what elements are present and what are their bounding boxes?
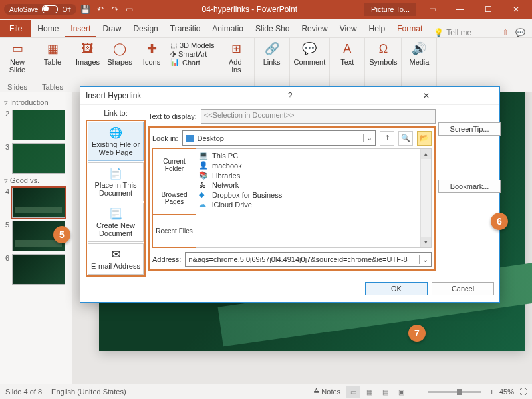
undo-icon[interactable]: ↶ xyxy=(95,4,106,15)
slide-thumbnail-6[interactable] xyxy=(12,254,65,285)
icons-button[interactable]: ✚Icons xyxy=(138,41,165,66)
addins-button[interactable]: ⊞Add- ins xyxy=(223,41,250,74)
slideshow-view-button[interactable]: ▣ xyxy=(394,386,408,398)
linkto-place-in-doc[interactable]: 📄Place in This Document xyxy=(88,162,144,201)
tab-file[interactable]: File xyxy=(0,20,31,37)
zoom-level[interactable]: 45% xyxy=(499,388,514,396)
look-in-combo[interactable]: Desktop ⌄ xyxy=(182,130,376,146)
screentip-button[interactable]: ScreenTip... xyxy=(438,122,501,136)
file-list[interactable]: 💻This PC 👤macbook 📚Libraries 🖧Network ◆D… xyxy=(196,148,432,248)
address-field[interactable]: n&aqs=chrome.5.0j69i57j0l4.4914j0j7&sour… xyxy=(185,252,432,267)
tab-current-folder[interactable]: Current Folder xyxy=(153,149,196,182)
tab-animations[interactable]: Animatio xyxy=(206,20,249,37)
item-label: macbook xyxy=(212,162,242,170)
tab-home[interactable]: Home xyxy=(31,20,65,37)
lightbulb-icon: 💡 xyxy=(434,28,444,37)
tab-format[interactable]: Format xyxy=(391,20,428,37)
table-button[interactable]: ▦Table xyxy=(39,41,66,66)
new-slide-label: New Slide xyxy=(9,58,25,74)
thumb-number: 6 xyxy=(3,254,9,285)
autosave-toggle[interactable]: AutoSave Off xyxy=(4,4,76,15)
images-button[interactable]: 🖼Images xyxy=(74,41,101,66)
3d-models-button[interactable]: ⬚3D Models xyxy=(170,41,215,49)
zoom-slider[interactable] xyxy=(428,391,481,393)
close-button[interactable]: ✕ xyxy=(504,2,528,17)
tab-browsed-pages[interactable]: Browsed Pages xyxy=(153,182,196,215)
comment-button[interactable]: 💬Comment xyxy=(294,41,326,66)
symbols-button[interactable]: ΩSymbols xyxy=(369,41,397,66)
thumb-number: 5 xyxy=(3,221,9,251)
links-button[interactable]: 🔗Links xyxy=(259,41,285,66)
tab-view[interactable]: View xyxy=(334,20,363,37)
linkto-create-new[interactable]: 📃Create New Document xyxy=(88,203,144,242)
slide-thumbnail-4[interactable] xyxy=(12,188,65,218)
tab-help[interactable]: Help xyxy=(363,20,392,37)
dialog-help-button[interactable]: ? xyxy=(222,91,358,100)
linkto-email[interactable]: ✉E-mail Address xyxy=(88,243,144,275)
minimize-button[interactable]: — xyxy=(448,2,472,17)
language-indicator[interactable]: English (United States) xyxy=(51,388,126,396)
tab-insert[interactable]: Insert xyxy=(65,20,96,37)
comments-icon[interactable]: 💬 xyxy=(515,28,525,37)
chart-button[interactable]: 📊Chart xyxy=(170,58,215,66)
reading-view-button[interactable]: ▤ xyxy=(378,386,392,398)
dropbox-icon: ◆ xyxy=(199,190,208,199)
shapes-button[interactable]: ◯Shapes xyxy=(106,41,133,66)
section-introduction[interactable]: Introduction xyxy=(4,98,68,107)
email-icon: ✉ xyxy=(112,248,120,261)
list-item[interactable]: 👤macbook xyxy=(199,160,428,170)
up-folder-button[interactable]: ↥ xyxy=(380,131,394,146)
tab-recent-files[interactable]: Recent Files xyxy=(153,215,196,247)
list-item[interactable]: 💻This PC xyxy=(199,150,428,160)
dialog-close-button[interactable]: ✕ xyxy=(358,91,494,100)
dialog-titlebar[interactable]: Insert Hyperlink ? ✕ xyxy=(80,87,499,105)
ok-button[interactable]: OK xyxy=(365,282,428,295)
browse-file-button[interactable]: 📂 xyxy=(417,131,432,146)
scrollbar[interactable]: ▴▾ xyxy=(420,149,431,247)
tab-design[interactable]: Design xyxy=(127,20,164,37)
share-icon[interactable]: ⇧ xyxy=(502,28,509,37)
redo-icon[interactable]: ↷ xyxy=(110,4,120,15)
tell-me-search[interactable]: 💡Tell me xyxy=(434,28,471,37)
list-item[interactable]: 📚Libraries xyxy=(199,170,428,180)
browse-web-button[interactable]: 🔍 xyxy=(398,131,413,146)
ribbon-options-icon[interactable]: ▭ xyxy=(420,2,444,17)
user-icon: 👤 xyxy=(199,161,208,170)
slide-thumbnail-3[interactable] xyxy=(12,143,65,174)
slide-counter[interactable]: Slide 4 of 8 xyxy=(5,388,42,396)
notes-label: Notes xyxy=(321,388,340,396)
sorter-view-button[interactable]: ▦ xyxy=(362,386,376,398)
ribbon: ▭New SlideSlides ▦TableTables 🖼Images ◯S… xyxy=(0,38,532,93)
comment-label: Comment xyxy=(294,58,326,66)
images-icon: 🖼 xyxy=(78,41,97,57)
new-slide-button[interactable]: ▭New Slide xyxy=(4,41,31,74)
bookmark-button[interactable]: Bookmark... xyxy=(438,180,501,193)
tab-review[interactable]: Review xyxy=(295,20,333,37)
scroll-down-icon[interactable]: ▾ xyxy=(421,237,431,247)
list-item[interactable]: ☁iCloud Drive xyxy=(199,200,428,209)
cancel-button[interactable]: Cancel xyxy=(432,282,494,295)
list-item[interactable]: 🖧Network xyxy=(199,180,428,190)
linkto-existing-file[interactable]: 🌐Existing File or Web Page xyxy=(88,122,144,161)
fit-to-window-button[interactable]: ⛶ xyxy=(519,388,527,396)
scroll-up-icon[interactable]: ▴ xyxy=(421,149,431,159)
chart-icon: 📊 xyxy=(170,58,180,66)
maximize-button[interactable]: ☐ xyxy=(476,2,500,17)
startfrombeginning-icon[interactable]: ▭ xyxy=(124,4,135,15)
media-button[interactable]: 🔊Media xyxy=(406,41,432,66)
zoom-in-button[interactable]: + xyxy=(490,388,494,396)
normal-view-button[interactable]: ▭ xyxy=(346,386,360,398)
text-button[interactable]: AText xyxy=(334,41,360,66)
tab-draw[interactable]: Draw xyxy=(96,20,127,37)
media-icon: 🔊 xyxy=(410,41,428,57)
tab-transitions[interactable]: Transitio xyxy=(164,20,207,37)
links-label: Links xyxy=(263,58,281,66)
zoom-out-button[interactable]: − xyxy=(414,388,418,396)
tab-slideshow[interactable]: Slide Sho xyxy=(249,20,295,37)
smartart-button[interactable]: ⬗SmartArt xyxy=(170,49,215,58)
slide-thumbnail-2[interactable] xyxy=(12,110,65,140)
save-icon[interactable]: 💾 xyxy=(80,4,91,15)
notes-button[interactable]: ≙ Notes xyxy=(313,388,340,396)
section-good-vs[interactable]: Good vs. xyxy=(4,176,68,185)
list-item[interactable]: ◆Dropbox for Business xyxy=(199,190,428,200)
